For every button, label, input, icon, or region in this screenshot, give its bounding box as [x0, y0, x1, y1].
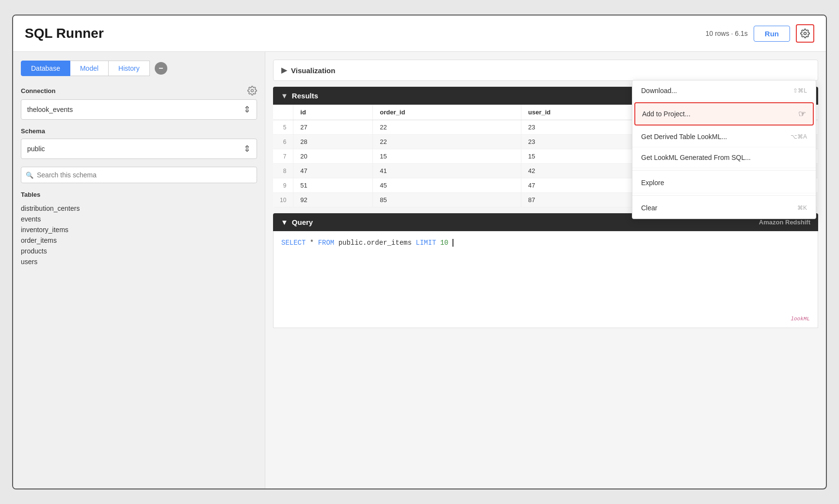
header-right: 10 rows · 6.1s Run [706, 24, 814, 43]
dropdown-menu: Download... ⇧⌘L Add to Project... ☞ Get … [632, 80, 816, 219]
connection-settings-icon[interactable] [247, 86, 257, 95]
viz-chevron-icon: ▶ [281, 66, 287, 75]
sql-text-star: * [310, 239, 318, 247]
collapse-button[interactable]: − [155, 62, 167, 75]
content-area: Database Model History − Connection thel… [13, 52, 826, 488]
sql-limit-keyword: LIMIT [416, 239, 436, 247]
svg-point-0 [804, 32, 807, 35]
menu-item-derived-table-lookml[interactable]: Get Derived Table LookML... ⌥⌘A [632, 126, 816, 147]
menu-divider [632, 170, 816, 171]
sql-table-ref: public.order_items [339, 239, 416, 247]
table-list: distribution_centers events inventory_it… [21, 203, 257, 267]
connection-select[interactable]: thelook_events ⇕ [21, 99, 257, 120]
query-chevron-icon: ▼ [281, 218, 288, 226]
tables-label: Tables [21, 191, 257, 198]
col-order-id: order_id [373, 105, 521, 120]
col-rownum [273, 105, 293, 120]
sidebar: Database Model History − Connection thel… [13, 52, 265, 488]
stats-text: 10 rows · 6.1s [706, 30, 748, 37]
gear-icon [800, 29, 810, 38]
list-item[interactable]: events [21, 214, 257, 224]
sql-select-keyword: SELECT [281, 239, 306, 247]
schema-select[interactable]: public ⇕ [21, 139, 257, 159]
menu-item-lookml-from-sql[interactable]: Get LookML Generated From SQL... [632, 147, 816, 168]
list-item[interactable]: products [21, 246, 257, 256]
col-id: id [293, 105, 373, 120]
list-item[interactable]: inventory_items [21, 224, 257, 235]
main-content: ▶ Visualization ▼ Results id order_id us… [265, 52, 826, 488]
menu-item-add-to-project[interactable]: Add to Project... ☞ [634, 102, 814, 126]
schema-arrow-icon: ⇕ [243, 143, 251, 154]
list-item[interactable]: order_items [21, 235, 257, 246]
run-button[interactable]: Run [754, 26, 790, 42]
visualization-bar[interactable]: ▶ Visualization [273, 60, 818, 81]
settings-button[interactable] [796, 24, 814, 43]
svg-point-1 [251, 90, 254, 92]
header: SQL Runner 10 rows · 6.1s Run [13, 16, 826, 52]
connection-arrow-icon: ⇕ [243, 104, 251, 115]
menu-divider-2 [632, 195, 816, 196]
tab-database[interactable]: Database [21, 61, 70, 76]
connection-label: Connection [21, 86, 257, 95]
list-item[interactable]: distribution_centers [21, 203, 257, 214]
sql-cursor [452, 239, 453, 247]
app-title: SQL Runner [25, 26, 104, 41]
main-window: SQL Runner 10 rows · 6.1s Run Database M… [12, 15, 827, 489]
menu-item-clear[interactable]: Clear ⌘K [632, 198, 816, 219]
menu-item-explore[interactable]: Explore [632, 173, 816, 193]
query-section: ▼ Query Amazon Redshift SELECT * FROM pu… [273, 213, 818, 481]
sql-limit-value: 10 [440, 239, 449, 247]
tab-model[interactable]: Model [70, 61, 108, 76]
sql-from-keyword: FROM [318, 239, 335, 247]
tab-bar: Database Model History − [21, 61, 257, 76]
menu-item-download[interactable]: Download... ⇧⌘L [632, 80, 816, 101]
schema-search-input[interactable] [21, 167, 257, 183]
results-chevron-icon: ▼ [281, 92, 288, 100]
schema-label: Schema [21, 127, 257, 135]
cursor-icon: ☞ [798, 109, 806, 119]
tab-history[interactable]: History [108, 61, 150, 76]
query-db-label: Amazon Redshift [759, 219, 810, 226]
search-wrapper: 🔍 [21, 167, 257, 183]
list-item[interactable]: users [21, 256, 257, 267]
lookml-logo: lookML [791, 316, 810, 322]
search-icon: 🔍 [26, 172, 33, 179]
query-body[interactable]: SELECT * FROM public.order_items LIMIT 1… [273, 231, 818, 328]
